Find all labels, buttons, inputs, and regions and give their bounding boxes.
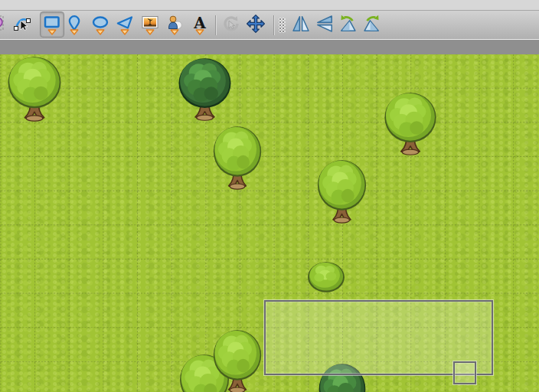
tiled-editor-window: A — [0, 0, 539, 392]
edit-polygons-button[interactable] — [10, 11, 34, 38]
insert-tile-icon — [141, 14, 159, 31]
rotate-disabled-icon — [221, 14, 241, 34]
dropdown-arrow-icon — [47, 29, 57, 35]
insert-polygon-button[interactable] — [113, 11, 137, 38]
insert-text-button[interactable]: A — [188, 11, 212, 38]
insert-template-button[interactable] — [162, 11, 187, 38]
light-tree — [318, 160, 366, 223]
light-tree — [214, 126, 261, 189]
insert-template-icon — [165, 14, 184, 31]
move-icon — [246, 14, 266, 34]
dropdown-arrow-icon — [145, 29, 155, 35]
rotate-left-icon — [338, 14, 358, 34]
select-objects-icon — [0, 14, 5, 32]
insert-tile-button[interactable] — [138, 11, 162, 38]
map-canvas[interactable] — [0, 54, 539, 392]
insert-rectangle-icon — [43, 14, 61, 31]
flip-horizontal-button[interactable] — [289, 11, 313, 38]
drawn-square-object[interactable] — [453, 361, 476, 384]
dropdown-arrow-icon — [120, 29, 129, 35]
insert-ellipse-icon — [91, 14, 109, 31]
dropdown-arrow-icon — [96, 29, 105, 35]
toolbar-separator — [215, 15, 217, 35]
flip-horizontal-icon — [291, 14, 311, 34]
bush-tree — [308, 262, 345, 292]
flip-vertical-icon — [315, 14, 335, 34]
svg-text:A: A — [193, 14, 206, 31]
insert-ellipse-button[interactable] — [88, 11, 113, 38]
rotate-right-button[interactable] — [359, 11, 384, 38]
rotate-right-icon — [361, 14, 381, 34]
dropdown-arrow-icon — [70, 29, 79, 35]
edit-polygons-icon — [13, 14, 31, 32]
light-tree — [8, 57, 61, 121]
insert-point-button[interactable] — [62, 11, 87, 38]
rotate-button[interactable] — [219, 11, 243, 38]
menubar-strip — [0, 0, 539, 11]
insert-polygon-icon — [116, 14, 134, 31]
toolbar-separator — [273, 15, 275, 35]
insert-point-icon — [65, 14, 83, 31]
toolbar-drag-handle[interactable] — [279, 18, 286, 33]
insert-rectangle-button[interactable] — [40, 11, 64, 38]
objects-toolbar: A — [0, 11, 539, 40]
dark-tree — [178, 58, 230, 120]
flip-vertical-button[interactable] — [312, 11, 337, 38]
rotate-left-button[interactable] — [336, 11, 361, 38]
dropdown-arrow-icon — [195, 29, 204, 35]
light-tree — [384, 93, 436, 155]
map-view-background — [0, 40, 539, 392]
move-button[interactable] — [243, 11, 268, 38]
dropdown-arrow-icon — [170, 29, 179, 35]
insert-text-icon: A — [191, 14, 209, 31]
select-objects-button[interactable] — [0, 11, 8, 38]
